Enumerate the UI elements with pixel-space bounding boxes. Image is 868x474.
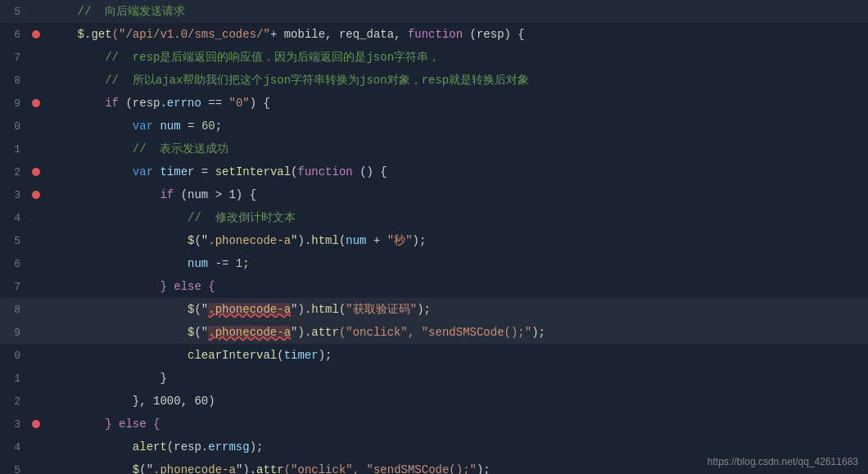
- table-row: 8 // 所以ajax帮助我们把这个json字符串转换为json对象，resp就…: [0, 69, 868, 92]
- line-number: 3: [0, 418, 29, 431]
- table-row: 5 $(".phonecode-a").html(num + "秒");: [0, 229, 868, 252]
- line-number: 1: [0, 143, 29, 156]
- code-text: alert(resp.errmsg);: [43, 436, 264, 458]
- breakpoint-dot: [32, 99, 40, 107]
- line-number: 0: [0, 350, 29, 362]
- breakpoint[interactable]: [29, 99, 43, 107]
- table-row: 1 // 表示发送成功: [0, 138, 868, 160]
- line-number: 5: [0, 464, 29, 475]
- line-number: 4: [0, 441, 29, 454]
- code-text: $.get("/api/v1.0/sms_codes/"+ mobile, re…: [43, 23, 525, 46]
- code-text: } else {: [43, 413, 160, 436]
- line-number: 5: [0, 6, 29, 18]
- code-text: } else {: [43, 275, 215, 298]
- code-lines: 5 // 向后端发送请求6 $.get("/api/v1.0/sms_codes…: [0, 0, 868, 474]
- line-number: 7: [0, 52, 29, 64]
- code-text: // resp是后端返回的响应值，因为后端返回的是json字符串，: [43, 46, 440, 69]
- line-number: 8: [0, 304, 29, 316]
- line-number: 7: [0, 281, 29, 293]
- table-row: 7 // resp是后端返回的响应值，因为后端返回的是json字符串，: [0, 46, 868, 69]
- table-row: 9 if (resp.errno == "0") {: [0, 92, 868, 115]
- code-text: // 表示发送成功: [43, 138, 228, 160]
- code-text: $(".phonecode-a").attr("onclick", "sendS…: [43, 458, 491, 474]
- code-text: // 修改倒计时文本: [43, 206, 296, 229]
- code-text: var timer = setInterval(function () {: [43, 160, 387, 183]
- line-number: 1: [0, 372, 29, 385]
- table-row: 9 $(".phonecode-a").attr("onclick", "sen…: [0, 321, 868, 344]
- code-text: num -= 1;: [43, 252, 250, 275]
- table-row: 6 $.get("/api/v1.0/sms_codes/"+ mobile, …: [0, 23, 868, 46]
- table-row: 3 if (num > 1) {: [0, 183, 868, 206]
- table-row: 2 var timer = setInterval(function () {: [0, 160, 868, 183]
- url-bar: https://blog.csdn.net/qq_42611683: [708, 456, 858, 467]
- code-editor: 5 // 向后端发送请求6 $.get("/api/v1.0/sms_codes…: [0, 0, 868, 474]
- code-text: // 向后端发送请求: [43, 0, 185, 23]
- breakpoint[interactable]: [29, 420, 43, 428]
- table-row: 1 }: [0, 367, 868, 390]
- table-row: 0 clearInterval(timer);: [0, 344, 868, 367]
- breakpoint[interactable]: [29, 168, 43, 176]
- code-text: // 所以ajax帮助我们把这个json字符串转换为json对象，resp就是转…: [43, 69, 529, 92]
- line-number: 6: [0, 258, 29, 270]
- code-text: if (resp.errno == "0") {: [43, 92, 270, 115]
- line-number: 5: [0, 235, 29, 247]
- line-number: 0: [0, 120, 29, 133]
- line-number: 8: [0, 74, 29, 87]
- code-text: $(".phonecode-a").html(num + "秒");: [43, 229, 426, 252]
- table-row: 2 }, 1000, 60): [0, 390, 868, 413]
- table-row: 3 } else {: [0, 413, 868, 436]
- line-number: 9: [0, 97, 29, 110]
- code-text: var num = 60;: [43, 115, 222, 138]
- table-row: 5 // 向后端发送请求: [0, 0, 868, 23]
- table-row: 4 // 修改倒计时文本: [0, 206, 868, 229]
- line-number: 2: [0, 395, 29, 408]
- code-text: $(".phonecode-a").attr("onclick", "sendS…: [43, 321, 545, 344]
- code-text: if (num > 1) {: [43, 183, 256, 206]
- line-number: 6: [0, 29, 29, 41]
- breakpoint-dot: [32, 191, 40, 199]
- breakpoint-dot: [32, 30, 40, 38]
- breakpoint-dot: [32, 420, 40, 428]
- code-text: clearInterval(timer);: [43, 344, 332, 367]
- table-row: 0 var num = 60;: [0, 115, 868, 138]
- table-row: 8 $(".phonecode-a").html("获取验证码");: [0, 298, 868, 321]
- code-text: }, 1000, 60): [43, 390, 215, 413]
- table-row: 7 } else {: [0, 275, 868, 298]
- code-text: $(".phonecode-a").html("获取验证码");: [43, 298, 431, 321]
- table-row: 4 alert(resp.errmsg);: [0, 436, 868, 458]
- breakpoint[interactable]: [29, 191, 43, 199]
- breakpoint[interactable]: [29, 30, 43, 38]
- line-number: 2: [0, 166, 29, 178]
- breakpoint-dot: [32, 168, 40, 176]
- line-number: 4: [0, 212, 29, 224]
- code-text: }: [43, 367, 167, 390]
- table-row: 6 num -= 1;: [0, 252, 868, 275]
- line-number: 3: [0, 189, 29, 201]
- line-number: 9: [0, 327, 29, 339]
